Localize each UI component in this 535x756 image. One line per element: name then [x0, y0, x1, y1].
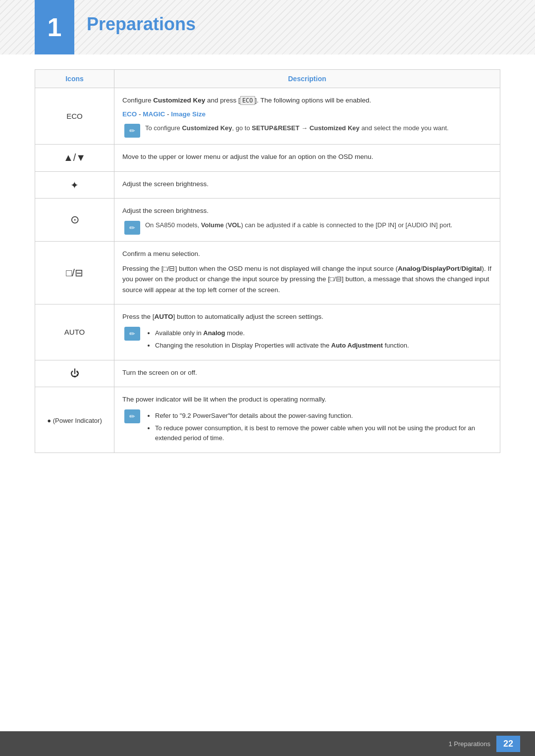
desc-cell-source: Confirm a menu selection. Pressing the […	[114, 241, 500, 304]
desc-cell-eco: Configure Customized Key and press [ECO]…	[114, 88, 500, 145]
customized-key-bold: Customized Key	[153, 97, 205, 104]
auto-note: Available only in Analog mode. Changing …	[124, 326, 492, 353]
table-row: ✦ Adjust the screen brightness.	[35, 171, 500, 199]
eco-label: ECO	[66, 112, 83, 120]
list-item: To reduce power consumption, it is best …	[155, 423, 492, 444]
page-title: Preparations	[87, 14, 196, 35]
power-indicator-icon: ● (Power Indicator)	[47, 417, 102, 424]
magic-highlight: MAGIC	[143, 110, 165, 118]
desc-cell-power: Turn the screen on or off.	[114, 360, 500, 387]
desc-cell-indicator: The power indicator will be lit when the…	[114, 387, 500, 453]
eco-highlight: ECO	[122, 110, 137, 118]
imagesize-highlight: Image Size	[171, 110, 206, 118]
col-header-desc: Description	[114, 70, 500, 88]
circle-icon: ⊙	[70, 213, 79, 226]
chapter-block: 1	[35, 0, 74, 54]
desc-cell-brightness: Adjust the screen brightness.	[114, 171, 500, 199]
page-footer: 1 Preparations 22	[0, 731, 535, 756]
icon-cell-updown: ▲/▼	[35, 145, 114, 172]
power-desc: Turn the screen on or off.	[122, 367, 492, 378]
brightness-desc: Adjust the screen brightness.	[122, 179, 492, 190]
source-desc2: Pressing the [□/⊟] button when the OSD m…	[122, 263, 492, 296]
icon-cell-brightness: ✦	[35, 171, 114, 199]
indicator-desc: The power indicator will be lit when the…	[122, 394, 492, 405]
eco-note: To configure Customized Key, go to SETUP…	[124, 123, 492, 137]
note-icon-circle	[124, 221, 140, 235]
auto-label: AUTO	[64, 328, 85, 336]
desc-cell-updown: Move to the upper or lower menu or adjus…	[114, 145, 500, 172]
table-row: AUTO Press the [AUTO] button to automati…	[35, 304, 500, 360]
table-row: ECO Configure Customized Key and press […	[35, 88, 500, 145]
indicator-bullet-list: Refer to "9.2 PowerSaver"for details abo…	[145, 411, 492, 446]
table-row: ⏻ Turn the screen on or off.	[35, 360, 500, 387]
table-row: ● (Power Indicator) The power indicator …	[35, 387, 500, 453]
table-row: ▲/▼ Move to the upper or lower menu or a…	[35, 145, 500, 172]
indicator-note: Refer to "9.2 PowerSaver"for details abo…	[124, 409, 492, 446]
updown-icon: ▲/▼	[63, 152, 86, 163]
source-desc1: Confirm a menu selection.	[122, 249, 492, 259]
icon-cell-eco: ECO	[35, 88, 114, 145]
top-background	[0, 0, 535, 54]
icon-cell-indicator: ● (Power Indicator)	[35, 387, 114, 453]
chapter-number: 1	[48, 14, 62, 40]
icons-table: Icons Description ECO Configure Customiz…	[35, 69, 500, 453]
footer-page-number: 22	[496, 736, 520, 752]
icon-cell-auto: AUTO	[35, 304, 114, 360]
list-item: Changing the resolution in Display Prope…	[155, 341, 409, 351]
list-item: Refer to "9.2 PowerSaver"for details abo…	[155, 411, 492, 421]
circle-desc: Adjust the screen brightness.	[122, 205, 492, 216]
updown-desc: Move to the upper or lower menu or adjus…	[122, 151, 492, 162]
eco-desc: Configure Customized Key and press [ECO]…	[122, 95, 492, 106]
desc-cell-auto: Press the [AUTO] button to automatically…	[114, 304, 500, 360]
table-row: □/⊟ Confirm a menu selection. Pressing t…	[35, 241, 500, 304]
power-icon: ⏻	[70, 368, 79, 378]
col-header-icons: Icons	[35, 70, 114, 88]
circle-note: On SA850 models, Volume (VOL) can be adj…	[124, 220, 492, 234]
note-icon-auto	[124, 327, 140, 341]
note-icon-indicator	[124, 409, 140, 423]
note-icon-eco	[124, 124, 140, 138]
auto-desc: Press the [AUTO] button to automatically…	[122, 311, 492, 322]
footer-chapter-text: 1 Preparations	[448, 740, 490, 748]
desc-cell-circle: Adjust the screen brightness. On SA850 m…	[114, 199, 500, 242]
list-item: Available only in Analog mode.	[155, 328, 409, 339]
brightness-icon: ✦	[70, 180, 79, 191]
auto-bullet-list: Available only in Analog mode. Changing …	[145, 328, 409, 353]
icon-cell-circle: ⊙	[35, 199, 114, 242]
table-row: ⊙ Adjust the screen brightness. On SA850…	[35, 199, 500, 242]
circle-note-text: On SA850 models, Volume (VOL) can be adj…	[145, 220, 452, 230]
eco-options: ECO - MAGIC - Image Size	[122, 109, 492, 120]
icon-cell-source: □/⊟	[35, 241, 114, 304]
eco-note-text: To configure Customized Key, go to SETUP…	[145, 123, 449, 133]
icon-cell-power: ⏻	[35, 360, 114, 387]
main-content: Icons Description ECO Configure Customiz…	[35, 69, 500, 726]
source-icon: □/⊟	[66, 267, 83, 278]
